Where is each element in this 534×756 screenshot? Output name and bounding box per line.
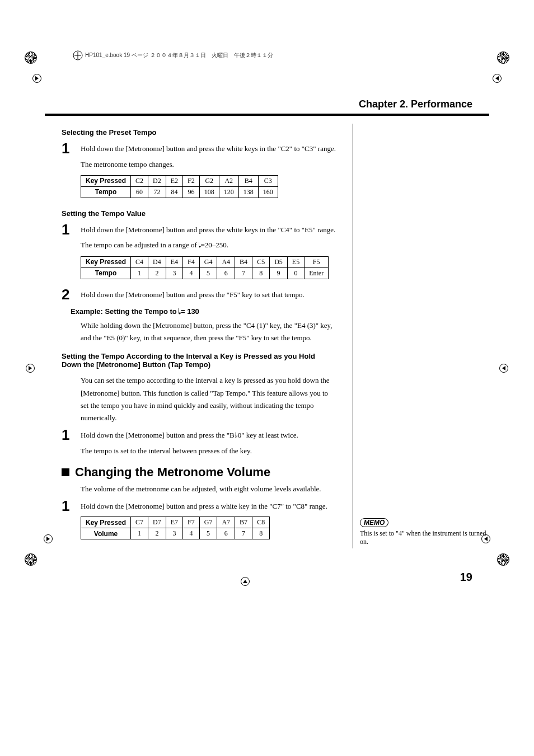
table-cell: C4 (131, 256, 148, 267)
tempo-value-table: Key Pressed C4 D4 E4 F4 G4 A4 B4 C5 D5 E… (81, 256, 329, 279)
table-cell: C2 (131, 175, 148, 186)
table-cell: D7 (148, 517, 166, 528)
table-cell: 8 (252, 528, 270, 539)
table-cell: 0 (287, 267, 304, 279)
table-cell: D5 (270, 256, 288, 267)
preset-heading: Selecting the Preset Tempo (62, 128, 336, 137)
table-cell: F5 (305, 256, 329, 267)
preset-note: The metronome tempo changes. (81, 158, 336, 171)
table-cell: 84 (166, 186, 182, 198)
table-cell: D2 (148, 175, 166, 186)
table-head: Volume (81, 528, 131, 539)
table-cell: 7 (235, 267, 252, 279)
tempo-value-step2: Hold down the [Metronome] button and pre… (81, 288, 336, 302)
table-cell: 6 (217, 267, 235, 279)
table-cell: 6 (217, 528, 235, 539)
table-cell: G4 (199, 256, 217, 267)
table-cell: 9 (270, 267, 288, 279)
tempo-value-note: The tempo can be adjusted in a range of … (81, 239, 336, 251)
table-cell: E7 (166, 517, 182, 528)
table-cell: A4 (217, 256, 235, 267)
table-cell: 96 (183, 186, 200, 198)
step-number: 1 (62, 499, 74, 513)
table-cell: B7 (235, 517, 252, 528)
tap-heading: Setting the Tempo According to the Inter… (62, 352, 336, 369)
table-cell: 3 (166, 528, 182, 539)
book-icon (73, 50, 83, 60)
table-cell: E4 (166, 256, 182, 267)
table-cell: F4 (183, 256, 200, 267)
table-cell: 1 (131, 528, 148, 539)
example-heading: Example: Setting the Tempo to 𝅘𝅥 = 130 (71, 307, 336, 316)
table-head: Key Pressed (81, 256, 131, 267)
square-bullet-icon (62, 468, 69, 476)
table-cell: D4 (148, 256, 166, 267)
tempo-value-heading: Setting the Tempo Value (62, 209, 336, 218)
volume-heading: Changing the Metronome Volume (75, 465, 270, 480)
table-cell: 160 (258, 186, 278, 198)
table-cell: 7 (235, 528, 252, 539)
table-head: Tempo (81, 186, 131, 198)
table-cell: 138 (238, 186, 258, 198)
table-head: Tempo (81, 267, 131, 279)
table-cell: B4 (238, 175, 258, 186)
table-cell: A7 (217, 517, 235, 528)
table-head: Key Pressed (81, 517, 131, 528)
page-number: 19 (45, 571, 472, 584)
volume-intro: The volume of the metronome can be adjus… (81, 483, 336, 495)
preset-tempo-table: Key Pressed C2 D2 E2 F2 G2 A2 B4 C3 Temp… (81, 175, 278, 198)
table-cell: C8 (252, 517, 270, 528)
table-cell: 3 (166, 267, 182, 279)
table-cell: 8 (252, 267, 270, 279)
table-cell: 4 (183, 528, 200, 539)
table-cell: C5 (252, 256, 270, 267)
table-cell: 72 (148, 186, 166, 198)
tap-intro: You can set the tempo according to the i… (81, 374, 336, 424)
print-header-text: HP101_e.book 19 ページ ２００４年８月３１日 火曜日 午後２時１… (85, 51, 273, 59)
table-cell: 1 (131, 267, 148, 279)
volume-table: Key Pressed C7 D7 E7 F7 G7 A7 B7 C8 Volu… (81, 516, 270, 539)
step-number: 2 (62, 287, 74, 302)
table-cell: G7 (199, 517, 217, 528)
preset-step1: Hold down the [Metronome] button and pre… (81, 142, 336, 156)
table-cell: C7 (131, 517, 148, 528)
table-cell: C3 (258, 175, 278, 186)
table-cell: 108 (199, 186, 219, 198)
table-cell: 5 (199, 267, 217, 279)
main-content: Selecting the Preset Tempo 1 Hold down t… (45, 124, 341, 548)
table-head: Key Pressed (81, 175, 131, 186)
table-cell: E2 (166, 175, 182, 186)
volume-step1: Hold down the [Metronome] button and pre… (81, 500, 336, 514)
table-cell: 2 (148, 267, 166, 279)
table-cell: Enter (305, 267, 329, 279)
memo-label: MEMO (360, 518, 388, 527)
example-body: While holding down the [Metronome] butto… (81, 320, 336, 344)
step-number: 1 (62, 222, 74, 237)
table-cell: F2 (183, 175, 200, 186)
print-header: HP101_e.book 19 ページ ２００４年８月３１日 火曜日 午後２時１… (73, 50, 489, 60)
table-cell: E5 (287, 256, 304, 267)
sidebar: MEMO This is set to "4" when the instrum… (353, 124, 489, 548)
table-cell: B4 (235, 256, 252, 267)
memo-text: This is set to "4" when the instrument i… (360, 529, 489, 546)
table-cell: 2 (148, 528, 166, 539)
table-cell: F7 (183, 517, 200, 528)
tap-step1: Hold down the [Metronome] button and pre… (81, 429, 336, 443)
table-cell: A2 (219, 175, 238, 186)
title-rule (45, 114, 489, 116)
tap-note: The tempo is set to the interval between… (81, 445, 336, 457)
table-cell: 60 (131, 186, 148, 198)
tempo-value-step1: Hold down the [Metronome] button and pre… (81, 223, 336, 237)
table-cell: 4 (183, 267, 200, 279)
table-cell: G2 (199, 175, 219, 186)
table-cell: 5 (199, 528, 217, 539)
step-number: 1 (62, 141, 74, 156)
step-number: 1 (62, 428, 74, 442)
table-cell: 120 (219, 186, 238, 198)
chapter-title: Chapter 2. Performance (45, 98, 472, 110)
